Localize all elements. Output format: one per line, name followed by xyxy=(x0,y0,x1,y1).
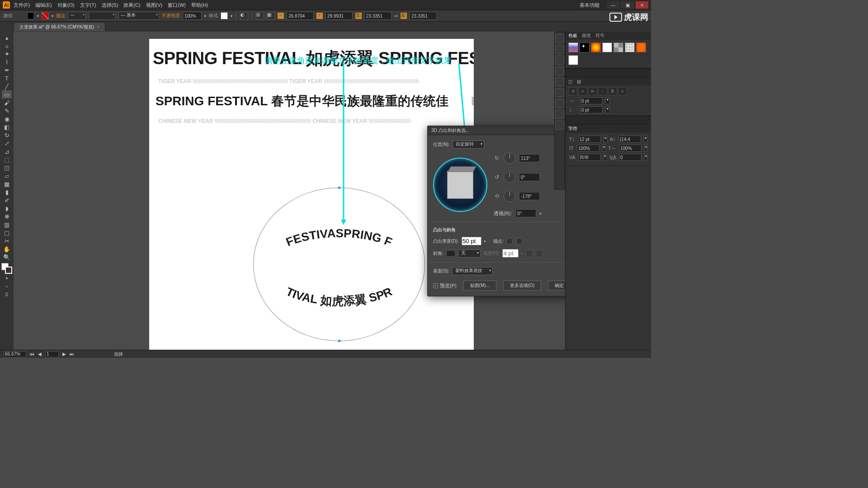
blob-brush-tool[interactable]: ◉ xyxy=(2,115,12,123)
slice-tool[interactable]: ✂ xyxy=(2,237,12,245)
rectangle-tool[interactable]: ▭ xyxy=(2,90,12,99)
tab-swatches[interactable]: 色板 xyxy=(568,33,577,39)
blend-tool[interactable]: ◗ xyxy=(2,204,12,212)
surface-select[interactable]: 塑料效果底纹 xyxy=(452,267,493,275)
menu-view[interactable]: 视图(V) xyxy=(146,2,163,9)
menu-file[interactable]: 文件(F) xyxy=(14,2,30,9)
swatch-item[interactable] xyxy=(602,42,612,52)
cap-on-button[interactable] xyxy=(506,238,513,245)
page-input[interactable] xyxy=(45,351,59,357)
dock-artboards-icon[interactable] xyxy=(555,121,564,130)
position-select[interactable]: 自定旋转 xyxy=(453,141,484,149)
zoom-input[interactable] xyxy=(4,351,26,357)
recolor-icon[interactable]: ◐ xyxy=(240,12,248,20)
swatch-item[interactable] xyxy=(568,55,578,65)
axis-y-knob[interactable] xyxy=(504,171,515,183)
spacing-v-input[interactable] xyxy=(580,106,603,113)
bevel-select[interactable]: 无 xyxy=(458,249,481,258)
dash-select[interactable]: — 基本 xyxy=(118,12,159,20)
dock-appearance-icon[interactable] xyxy=(555,88,564,97)
draw-mode-icon[interactable]: ◊ xyxy=(2,290,12,298)
symbol-sprayer-tool[interactable]: ❋ xyxy=(2,212,12,221)
dock-stroke-icon[interactable] xyxy=(555,56,564,65)
scale-tool[interactable]: ⤢ xyxy=(2,139,12,147)
opacity-input[interactable] xyxy=(183,12,202,20)
spacing-h-input[interactable] xyxy=(580,97,603,104)
minimize-button[interactable]: — xyxy=(607,1,619,9)
transform-icon[interactable]: ▦ xyxy=(267,12,275,20)
stroke-swatch[interactable] xyxy=(42,12,49,19)
pen-tool[interactable]: ✒ xyxy=(2,66,12,74)
shape-builder-tool[interactable]: ◫ xyxy=(2,164,12,172)
gradient-tool[interactable]: ▮ xyxy=(2,188,12,196)
more-options-button[interactable]: 更多选项(O) xyxy=(503,281,541,291)
align-bottom-button[interactable]: ⫵ xyxy=(618,87,627,95)
dock-color-guide-icon[interactable] xyxy=(555,45,564,54)
width-input[interactable] xyxy=(287,12,314,20)
fill-stroke-indicator[interactable] xyxy=(1,263,12,274)
artboard-tool[interactable]: ▢ xyxy=(2,229,12,237)
tab-brushes[interactable]: 画笔 xyxy=(582,33,591,39)
align-center-h-button[interactable]: ≡ xyxy=(578,87,587,95)
swatch-item[interactable] xyxy=(613,42,623,52)
nav-next-icon[interactable]: ▶ xyxy=(62,352,66,357)
axis-x-knob[interactable] xyxy=(504,152,515,164)
fontsize-input[interactable] xyxy=(578,136,601,143)
preview-checkbox[interactable]: ✓预览(P) xyxy=(433,282,457,289)
map-art-button[interactable]: 贴图(M)... xyxy=(463,281,496,291)
axis-z-input[interactable] xyxy=(519,192,540,200)
hscale-input[interactable] xyxy=(619,145,642,152)
align-left-button[interactable]: ⫷ xyxy=(568,87,577,95)
dock-transparency-icon[interactable] xyxy=(555,77,564,86)
kerning-input[interactable] xyxy=(578,154,601,161)
perspective-tool[interactable]: ▱ xyxy=(2,172,12,180)
nav-prev-icon[interactable]: ◀ xyxy=(38,352,42,357)
zoom-tool[interactable]: 🔍 xyxy=(2,253,12,261)
stroke-weight-select[interactable]: — xyxy=(68,12,86,20)
circle-text-object[interactable]: FESTIVASPRING F TIVAL 如虎添翼 SPR xyxy=(253,188,425,341)
rotate-tool[interactable]: ↻ xyxy=(2,131,12,139)
eraser-tool[interactable]: ◧ xyxy=(2,123,12,131)
align-center-v-button[interactable]: ≣ xyxy=(608,87,617,95)
screen-mode-icon[interactable]: ▫ xyxy=(2,282,12,290)
swatch-item[interactable] xyxy=(591,42,601,52)
stroke-label[interactable]: 描边 xyxy=(56,13,65,19)
dock-graphic-styles-icon[interactable] xyxy=(555,99,564,108)
axis-x-input[interactable] xyxy=(519,154,540,162)
maximize-button[interactable]: ▣ xyxy=(621,1,634,9)
perspective-input[interactable] xyxy=(515,209,536,217)
type-tool[interactable]: T xyxy=(2,74,12,82)
menu-object[interactable]: 对象(O) xyxy=(57,2,75,9)
color-mode-icon[interactable]: ▪ xyxy=(2,274,12,282)
opacity-label[interactable]: 不透明度 xyxy=(162,13,180,19)
swatch-item[interactable] xyxy=(568,42,578,52)
lasso-tool[interactable]: ⌇ xyxy=(2,58,12,66)
line-tool[interactable]: ╱ xyxy=(2,82,12,90)
x-input[interactable] xyxy=(364,12,392,20)
swatch-item[interactable]: ✦ xyxy=(580,42,590,52)
width-tool[interactable]: ⊿ xyxy=(2,147,12,155)
menu-select[interactable]: 选择(S) xyxy=(102,2,118,9)
align-icon[interactable]: ⊞ xyxy=(256,12,264,20)
leading-input[interactable] xyxy=(618,136,641,143)
depth-input[interactable] xyxy=(462,237,481,245)
brush-select[interactable] xyxy=(89,12,116,20)
mesh-tool[interactable]: ▦ xyxy=(2,180,12,188)
close-tab-icon[interactable]: × xyxy=(97,24,99,29)
swatch-item[interactable] xyxy=(636,42,646,52)
height-input[interactable] xyxy=(326,12,353,20)
axis-y-input[interactable] xyxy=(519,173,540,181)
free-transform-tool[interactable]: ⬚ xyxy=(2,155,12,164)
workspace-switcher[interactable]: 基本功能 xyxy=(580,2,599,9)
dock-gradient-icon[interactable] xyxy=(555,66,564,75)
swatch-item[interactable] xyxy=(625,42,635,52)
direct-selection-tool[interactable]: ▵ xyxy=(2,42,12,50)
close-button[interactable]: ✕ xyxy=(636,1,648,9)
style-swatch[interactable] xyxy=(221,12,228,19)
rotation-cube[interactable] xyxy=(433,158,487,212)
graph-tool[interactable]: ▥ xyxy=(2,221,12,229)
nav-first-icon[interactable]: ⏮ xyxy=(30,352,34,357)
cap-off-button[interactable] xyxy=(516,238,523,245)
handle-top[interactable] xyxy=(338,187,340,189)
menu-type[interactable]: 文字(T) xyxy=(80,2,96,9)
